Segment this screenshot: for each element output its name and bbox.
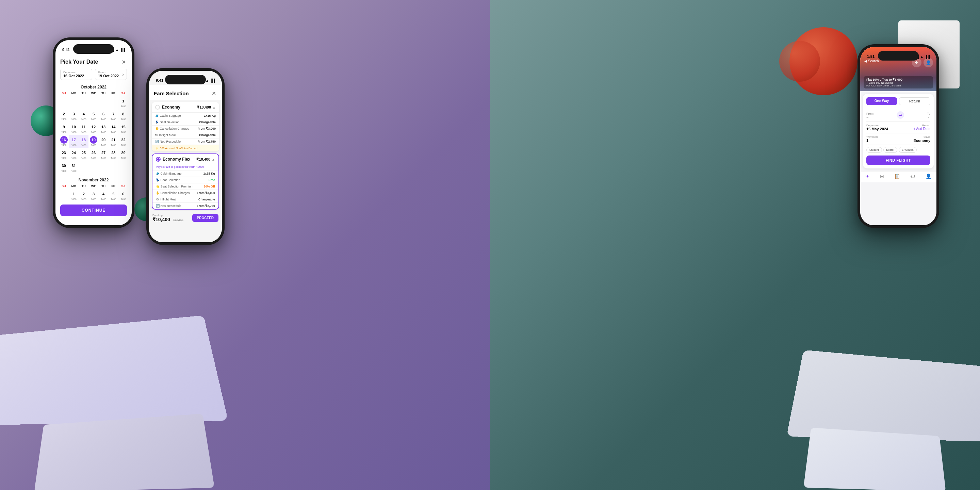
- continue-button[interactable]: CONTINUE: [60, 205, 127, 216]
- tab-return[interactable]: Return: [899, 97, 930, 105]
- nav-offers[interactable]: 🏷: [910, 173, 915, 179]
- cal-day-25[interactable]: 25₹400: [79, 148, 89, 161]
- return-clear[interactable]: ✕: [122, 73, 124, 76]
- cal-day-27[interactable]: 27₹400: [99, 148, 108, 161]
- tab-one-way[interactable]: One Way: [866, 97, 897, 105]
- departure-input[interactable]: Departure 16 Oct 2022: [60, 69, 92, 80]
- economy-cabin-value: 1x15 Kg: [204, 114, 216, 118]
- cal-day[interactable]: [59, 96, 69, 109]
- cal-day-1[interactable]: 1₹400: [118, 96, 128, 109]
- to-dots[interactable]: ...: [927, 115, 930, 118]
- phone-notch-3: [878, 51, 919, 60]
- close-button[interactable]: ✕: [120, 59, 127, 65]
- economy-flex-radio[interactable]: [156, 157, 161, 162]
- cal-day-2[interactable]: 2₹400: [59, 109, 69, 122]
- november-days: 1₹400 2₹400 3₹400 4₹400 5₹400 6₹400: [56, 189, 132, 202]
- cal-day-7[interactable]: 7₹400: [108, 109, 118, 122]
- cal-day-23[interactable]: 23₹400: [59, 148, 69, 161]
- cal-day-8[interactable]: 8₹400: [118, 109, 128, 122]
- nav-home[interactable]: ⊞: [880, 173, 884, 179]
- cal-day-11[interactable]: 11₹400: [79, 122, 89, 135]
- october-title: October 2022: [56, 83, 132, 91]
- promo-banner: Flat 10% off up to ₹3,000 + Extra 500 Ne…: [864, 76, 933, 89]
- cal-day-15[interactable]: 15₹400: [118, 122, 128, 135]
- economy-price: ₹10,400: [197, 105, 211, 110]
- phone-screen-3: 1:51 ▐▐▐ ▲ ▐▐ ✈ 👤 ◀ Se: [860, 47, 937, 225]
- proceed-button[interactable]: PROCEED: [192, 214, 218, 222]
- cal-day-26[interactable]: 26₹400: [89, 148, 98, 161]
- cal-day-18-range[interactable]: 18₹400: [79, 135, 89, 148]
- cal-day[interactable]: [89, 96, 98, 109]
- search-wifi: ▲: [920, 55, 924, 59]
- ret-col-add[interactable]: + Add Date: [898, 127, 930, 130]
- october-weekdays: SU MO TU WE TH FR SA: [56, 91, 132, 95]
- cal-day[interactable]: [108, 96, 118, 109]
- nov-6[interactable]: 6₹400: [118, 189, 128, 202]
- nav-bookings[interactable]: 📋: [894, 173, 900, 179]
- economy-cancel-value: From ₹3,000: [197, 127, 216, 130]
- cal-day-28[interactable]: 28₹400: [108, 148, 118, 161]
- economy-reschedule-row: 🔄 Neu Rescedule From ₹2,750: [152, 138, 219, 145]
- return-input[interactable]: Return 19 Oct 2022 ✕: [95, 69, 127, 80]
- nov-5[interactable]: 5₹400: [108, 189, 118, 202]
- economy-reschedule-label: 🔄 Neu Rescedule: [155, 140, 181, 143]
- fare-footer: Breakup ₹10,400 ₹22400 PROCEED: [149, 212, 222, 224]
- economy-meal-row: 🍽 Inflight Meal Chargeable: [152, 132, 219, 138]
- cal-day-6[interactable]: 6₹400: [99, 109, 108, 122]
- cal-day-19-selected[interactable]: 19₹400: [89, 135, 98, 148]
- from-label: From: [866, 112, 873, 115]
- economy-flex-name: Economy Flex: [163, 157, 190, 162]
- cal-day-10[interactable]: 10₹400: [69, 122, 79, 135]
- cal-day-21[interactable]: 21₹400: [108, 135, 118, 148]
- cal-day-9[interactable]: 9₹400: [59, 122, 69, 135]
- cal-day-4[interactable]: 4₹400: [79, 109, 89, 122]
- cal-day-31[interactable]: 31₹400: [69, 161, 79, 173]
- fare-close-button[interactable]: ✕: [210, 90, 217, 97]
- return-col[interactable]: Return + Add Date: [898, 124, 930, 131]
- cal-day-24[interactable]: 24₹400: [69, 148, 79, 161]
- search-battery: ▐▐: [925, 55, 930, 59]
- from-dots[interactable]: ...: [866, 115, 873, 118]
- cal-day-16-selected[interactable]: 16₹400: [59, 135, 69, 148]
- nov-4[interactable]: 4₹400: [99, 189, 108, 202]
- nav-flights[interactable]: ✈: [865, 173, 869, 179]
- return-label: Return: [98, 71, 124, 74]
- travelers-col[interactable]: Travellers 1: [866, 135, 898, 143]
- departure-col[interactable]: Departure 15 May 2024: [866, 124, 898, 131]
- cal-day-3[interactable]: 3₹400: [69, 109, 79, 122]
- cal-day-12[interactable]: 12₹400: [89, 122, 98, 135]
- cal-day-5[interactable]: 5₹400: [89, 109, 98, 122]
- nov-2[interactable]: 2₹400: [79, 189, 89, 202]
- cal-day-30[interactable]: 30₹400: [59, 161, 69, 173]
- cal-day-13[interactable]: 13₹400: [99, 122, 108, 135]
- fare-battery: ▐▐: [210, 79, 215, 82]
- nov-3[interactable]: 3₹400: [89, 189, 98, 202]
- to-group: To ...: [927, 112, 930, 118]
- flex-cancel-label: ✋ Cancellation Charges: [156, 191, 190, 195]
- class-col[interactable]: Class Economy: [898, 135, 930, 143]
- cal-day[interactable]: [99, 96, 108, 109]
- nav-profile[interactable]: 👤: [926, 173, 931, 179]
- cal-day-22[interactable]: 22₹400: [118, 135, 128, 148]
- cal-day-17-range[interactable]: 17₹400: [69, 135, 79, 148]
- cal-day-20[interactable]: 20₹400: [99, 135, 108, 148]
- neucoins-text: 300 Assured NeuCoins Earned: [160, 147, 197, 150]
- nov-1[interactable]: 1₹400: [69, 189, 79, 202]
- tag-student[interactable]: Student: [866, 147, 882, 153]
- platform-front-right: [803, 428, 946, 490]
- tag-sr-citizen[interactable]: Sr Citizen: [899, 147, 917, 153]
- tag-doctor[interactable]: Doctor: [883, 147, 898, 153]
- cal-day-14[interactable]: 14₹400: [108, 122, 118, 135]
- from-group: From ...: [866, 112, 873, 118]
- nov-tu: TU: [79, 184, 89, 189]
- cal-day-29[interactable]: 29₹400: [118, 148, 128, 161]
- find-flight-button[interactable]: FIND FLIGHT: [866, 156, 930, 165]
- economy-neucoins: ⚡ 300 Assured NeuCoins Earned: [152, 145, 219, 151]
- swap-button[interactable]: ⇄: [897, 111, 904, 119]
- flex-seat-label: 💺 Seat Selection: [156, 178, 180, 182]
- weekday-we: WE: [89, 91, 98, 95]
- economy-radio[interactable]: [155, 105, 160, 110]
- platform-back-left: [0, 315, 228, 426]
- cal-day[interactable]: [69, 96, 79, 109]
- cal-day[interactable]: [79, 96, 89, 109]
